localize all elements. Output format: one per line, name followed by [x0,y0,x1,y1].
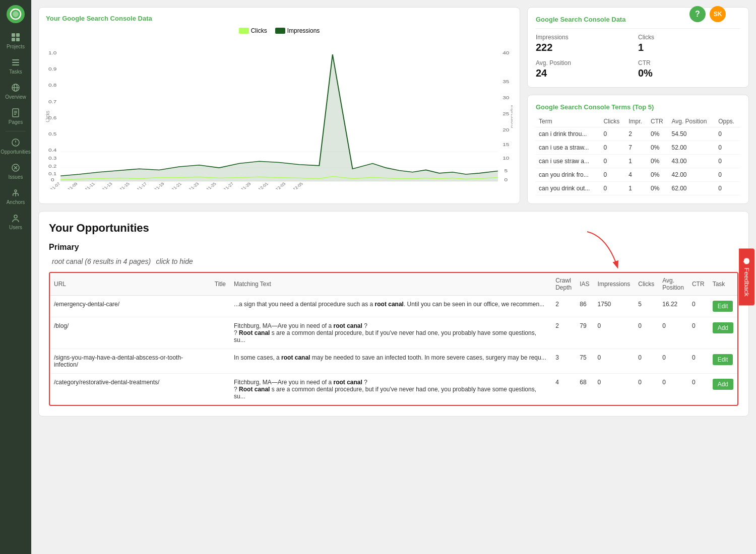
opportunities-card: Your Opportunities Primary root canal (6… [38,211,749,417]
sidebar-item-overview-label: Overview [5,94,26,100]
matching-bold: root canal [375,301,404,308]
sidebar-item-users[interactable]: Users [0,209,31,234]
opp-query-row: root canal (6 results in 4 pages) click … [49,257,738,266]
svg-text:0: 0 [504,177,508,182]
legend-clicks-label: Clicks [251,27,267,34]
result-crawl-depth: 2 [551,296,576,317]
terms-cell-opps: 0 [715,168,740,182]
terms-row: can you drink fro... 0 4 0% 42.00 0 [536,168,740,182]
result-ctr: 0 [688,349,709,374]
results-table: URL Title Matching Text CrawlDepth IAS I… [50,273,737,405]
terms-cell-avg-pos: 42.00 [668,168,715,182]
svg-text:0.5: 0.5 [48,131,57,136]
terms-row: can i use a straw... 0 7 0% 52.00 0 [536,141,740,155]
sidebar: Projects Tasks Overview Pages Opportunit… [0,0,31,554]
sidebar-logo [7,5,25,23]
result-ias: 75 [576,349,593,374]
result-matching-text: Fitchburg, MA—Are you in need of a root … [230,374,551,405]
feedback-tab[interactable]: Feedback [739,248,754,305]
task-button-add[interactable]: Add [713,379,733,390]
svg-rect-6 [12,62,19,63]
gsc-panel: Google Search Console Data Impressions 2… [527,7,749,204]
result-task: Edit [709,349,737,374]
terms-cell-opps: 0 [715,155,740,168]
terms-cell-impr: 2 [625,127,648,141]
svg-rect-3 [12,38,15,41]
terms-cell-clicks: 0 [600,168,625,182]
svg-text:Clicks: Clicks [46,111,50,122]
sidebar-item-anchors[interactable]: Anchors [0,184,31,209]
task-button-edit[interactable]: Edit [713,354,733,365]
sidebar-item-projects[interactable]: Projects [0,28,31,53]
gsc-avg-position-item: Avg. Position 24 [536,59,638,79]
sidebar-item-opportunities[interactable]: Opportunities [0,133,31,159]
opp-query-title: root canal (6 results in 4 pages) click … [49,257,738,266]
extra-text: ? Root canal s are a common dental proce… [234,329,536,343]
extra-text: ? Root canal s are a common dental proce… [234,386,536,400]
opp-query-text: root canal (6 results in 4 pages) [52,257,151,265]
chart-card: Your Google Search Console Data Clicks I… [38,7,520,204]
svg-rect-7 [12,64,19,65]
svg-text:2024-11-09: 2024-11-09 [58,181,79,189]
matching-after: . Until you can be seen in our office, w… [404,301,544,308]
sidebar-item-issues[interactable]: Issues [0,159,31,184]
terms-cell-avg-pos: 54.50 [668,127,715,141]
svg-text:25: 25 [502,111,509,116]
gsc-terms-card: Google Search Console Terms (Top 5) Term… [527,95,749,204]
terms-col-ctr: CTR [648,116,669,127]
opp-section-primary: Primary [49,243,738,252]
gsc-impressions-item: Impressions 222 [536,34,638,53]
svg-rect-4 [16,38,20,41]
main-content: Your Google Search Console Data Clicks I… [31,0,756,554]
sidebar-item-overview[interactable]: Overview [0,79,31,104]
task-button-add[interactable]: Add [713,322,733,333]
svg-text:2024-12-03: 2024-12-03 [266,181,287,189]
svg-rect-1 [12,33,15,37]
user-button[interactable]: SK [710,6,726,22]
terms-table: Term Clicks Impr. CTR Avg. Position Opps… [536,116,740,195]
terms-cell-clicks: 0 [600,127,625,141]
gsc-clicks-value: 1 [638,42,740,53]
svg-point-22 [14,215,17,218]
legend-impressions: Impressions [275,27,320,34]
terms-cell-impr: 1 [625,155,648,168]
result-matching-text: Fitchburg, MA—Are you in need of a root … [230,317,551,349]
svg-text:2024-11-23: 2024-11-23 [179,181,200,189]
opp-title: Your Opportunities [49,222,738,235]
result-ctr: 0 [688,374,709,405]
gsc-ctr-item: CTR 0% [638,59,740,79]
result-title [211,349,230,374]
svg-text:0.8: 0.8 [48,83,57,88]
sidebar-item-tasks[interactable]: Tasks [0,53,31,79]
sidebar-item-pages[interactable]: Pages [0,104,31,129]
terms-cell-avg-pos: 43.00 [668,155,715,168]
result-clicks: 5 [634,296,658,317]
terms-cell-impr: 7 [625,141,648,155]
help-button[interactable]: ? [689,6,706,22]
result-task: Add [709,374,737,405]
terms-cell-clicks: 0 [600,155,625,168]
terms-row: can i drink throu... 0 2 0% 54.50 0 [536,127,740,141]
chart-legend: Clicks Impressions [46,27,513,34]
svg-text:20: 20 [502,127,509,132]
terms-cell-term: can you drink out... [536,182,600,195]
terms-cell-term: can you drink fro... [536,168,600,182]
matching-after: ? [362,379,367,386]
terms-cell-opps: 0 [715,182,740,195]
svg-text:2024-11-29: 2024-11-29 [231,181,252,189]
chart-svg: 1.0 0.9 0.8 0.7 0.6 0.5 0.4 0.3 0.2 0.1 … [46,38,513,189]
terms-cell-term: can i use straw a... [536,155,600,168]
result-clicks: 0 [634,317,658,349]
table-row: /category/restorative-dental-treatments/… [50,374,737,405]
terms-cell-term: can i drink throu... [536,127,600,141]
terms-cell-impr: 4 [625,168,648,182]
result-ias: 68 [576,374,593,405]
terms-col-term: Term [536,116,600,127]
opp-query-hide[interactable]: click to hide [156,257,193,265]
results-table-wrapper: URL Title Matching Text CrawlDepth IAS I… [49,272,738,406]
result-avg-position: 0 [658,317,688,349]
table-row: /blog/ Fitchburg, MA—Are you in need of … [50,317,737,349]
task-button-edit[interactable]: Edit [713,301,733,312]
col-avg-position: Avg.Position [658,273,688,296]
results-table-header: URL Title Matching Text CrawlDepth IAS I… [50,273,737,296]
